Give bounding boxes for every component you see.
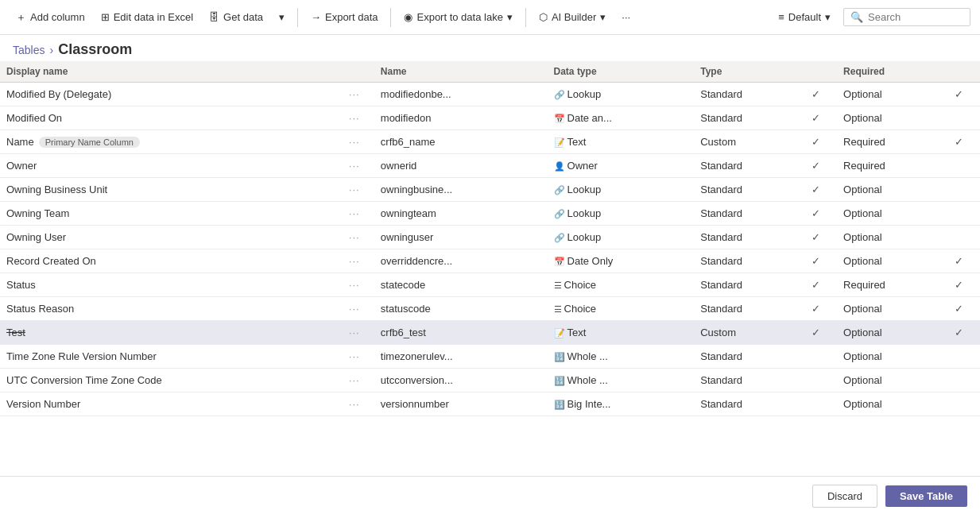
row-menu-button[interactable]: ··· (349, 279, 360, 291)
row-display-name: Owning Business Unit (6, 184, 107, 195)
ai-icon: ⬡ (539, 11, 548, 23)
cell-display-name: Time Zone Rule Version Number (0, 345, 343, 369)
cell-check1: ✓ (805, 178, 837, 202)
cell-data-type: 📝Text (548, 130, 695, 154)
cell-check2 (948, 369, 980, 392)
table-row: Status···statecode☰ChoiceStandard✓Requir… (0, 273, 980, 297)
tables-link[interactable]: Tables (13, 44, 45, 56)
cell-required: Optional (837, 178, 948, 202)
cell-check2 (948, 202, 980, 226)
type-icon: ☰ (554, 280, 562, 290)
cell-check1: ✓ (805, 321, 837, 345)
table-container: Display name Name Data type Type Require… (0, 61, 980, 476)
row-display-name: Modified By (Delegate) (6, 88, 111, 100)
row-menu-button[interactable]: ··· (349, 231, 360, 243)
ai-chevron-icon: ▾ (600, 11, 606, 23)
row-display-name: Owning User (6, 231, 66, 243)
edit-excel-button[interactable]: ⊞ Edit data in Excel (95, 8, 199, 26)
cell-check2 (948, 106, 980, 130)
lake-icon: ◉ (404, 11, 413, 23)
dropdown-arrow-button[interactable]: ▾ (273, 8, 291, 26)
cell-data-type: 📝Text (548, 321, 695, 345)
cell-required: Optional (837, 297, 948, 321)
cell-data-type: 🔢Whole ... (548, 369, 695, 392)
filter-icon: ≡ (778, 11, 784, 23)
chevron-down-icon: ▾ (279, 11, 285, 23)
row-menu-button[interactable]: ··· (349, 184, 360, 195)
cell-data-type: 🔗Lookup (548, 178, 695, 202)
cell-name: timezonerulev... (374, 345, 548, 369)
row-menu-button[interactable]: ··· (349, 207, 360, 219)
cell-row-menu: ··· (343, 130, 374, 154)
data-type-label: Date Only (567, 255, 614, 267)
cell-check2 (948, 392, 980, 416)
add-column-button[interactable]: ＋ Add column (10, 7, 91, 28)
cell-name: modifiedon (374, 106, 548, 130)
export-lake-button[interactable]: ◉ Export to data lake ▾ (397, 8, 518, 26)
type-icon: 👤 (554, 161, 565, 171)
cell-col-type: Custom (694, 130, 805, 154)
export-icon: → (311, 11, 321, 23)
cell-check2: ✓ (948, 297, 980, 321)
type-icon: 🔢 (554, 352, 565, 361)
type-icon: 🔢 (554, 376, 565, 385)
cell-col-type: Standard (694, 392, 805, 416)
type-icon: 🔗 (554, 185, 565, 195)
cell-check1: ✓ (805, 83, 837, 106)
row-menu-button[interactable]: ··· (349, 255, 360, 267)
table-row: Owner···ownerid👤OwnerStandard✓Required (0, 154, 980, 178)
col-display-name: Display name (0, 61, 343, 83)
ai-builder-button[interactable]: ⬡ AI Builder ▾ (533, 8, 612, 26)
search-input[interactable] (868, 11, 963, 23)
data-type-label: Whole ... (567, 350, 608, 362)
cell-data-type: 🔢Whole ... (548, 345, 695, 369)
add-icon: ＋ (16, 10, 26, 25)
cell-required: Optional (837, 249, 948, 273)
cell-name: crfb6_test (374, 321, 548, 345)
cell-row-menu: ··· (343, 297, 374, 321)
cell-row-menu: ··· (343, 345, 374, 369)
table-row: Status Reason···statuscode☰ChoiceStandar… (0, 297, 980, 321)
cell-col-type: Custom (694, 321, 805, 345)
save-table-button[interactable]: Save Table (885, 485, 967, 507)
cell-name: versionnumber (374, 392, 548, 416)
cell-check2 (948, 178, 980, 202)
row-menu-button[interactable]: ··· (349, 160, 360, 172)
export-data-button[interactable]: → Export data (304, 8, 385, 26)
discard-button[interactable]: Discard (812, 485, 877, 508)
cell-row-menu: ··· (343, 273, 374, 297)
more-button[interactable]: ··· (615, 8, 637, 26)
cell-row-menu: ··· (343, 226, 374, 249)
default-button[interactable]: ≡ Default ▾ (772, 8, 837, 26)
search-box: 🔍 (843, 8, 970, 26)
cell-display-name: Owning Business Unit (0, 178, 343, 202)
row-menu-button[interactable]: ··· (349, 88, 360, 100)
cell-col-type: Standard (694, 249, 805, 273)
cell-display-name: Owning User (0, 226, 343, 249)
cell-col-type: Standard (694, 273, 805, 297)
row-menu-button[interactable]: ··· (349, 303, 360, 315)
lake-chevron-icon: ▾ (507, 11, 513, 23)
cell-name: modifiedonbe... (374, 83, 548, 106)
row-menu-button[interactable]: ··· (349, 350, 360, 362)
row-display-name: Time Zone Rule Version Number (6, 350, 157, 362)
row-display-name: Test (6, 327, 25, 338)
row-menu-button[interactable]: ··· (349, 327, 360, 338)
row-menu-button[interactable]: ··· (349, 136, 360, 148)
row-menu-button[interactable]: ··· (349, 374, 360, 386)
cell-check2: ✓ (948, 83, 980, 106)
cell-col-type: Standard (694, 345, 805, 369)
table-header-row: Display name Name Data type Type Require… (0, 61, 980, 83)
get-data-button[interactable]: 🗄 Get data (203, 8, 269, 26)
cell-check2 (948, 226, 980, 249)
cell-col-type: Standard (694, 83, 805, 106)
row-menu-button[interactable]: ··· (349, 398, 360, 410)
cell-check1: ✓ (805, 130, 837, 154)
data-type-label: Choice (564, 303, 596, 315)
table-row: Version Number···versionnumber🔢Big Inte.… (0, 392, 980, 416)
cell-name: statuscode (374, 297, 548, 321)
cell-check1: ✓ (805, 226, 837, 249)
cell-name: ownerid (374, 154, 548, 178)
cell-row-menu: ··· (343, 321, 374, 345)
row-menu-button[interactable]: ··· (349, 112, 360, 124)
